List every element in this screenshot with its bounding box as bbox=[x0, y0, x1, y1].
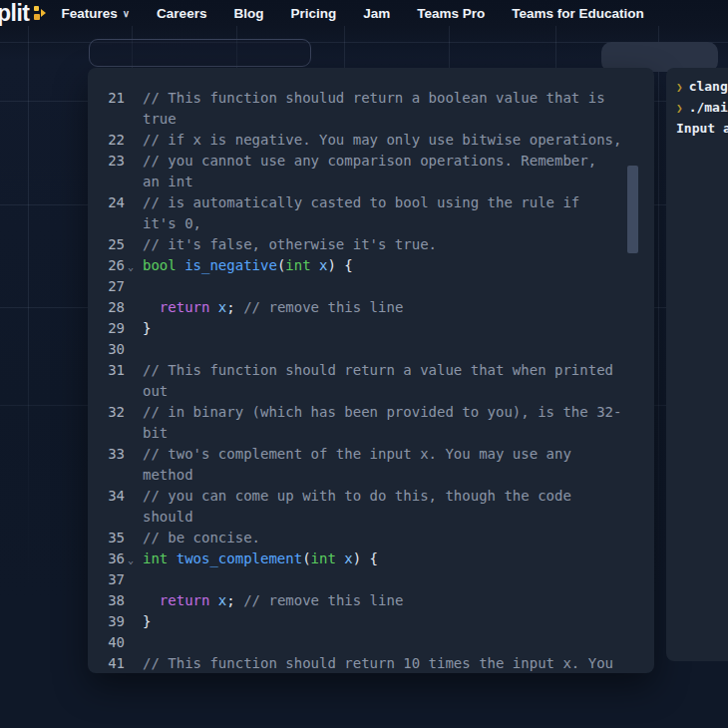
nav-item-teams-for-education[interactable]: Teams for Education bbox=[512, 6, 644, 21]
nav-item-features[interactable]: Features∨ bbox=[62, 6, 131, 21]
fold-gutter bbox=[125, 151, 143, 172]
fold-gutter bbox=[125, 381, 143, 402]
editor-scrollbar-thumb[interactable] bbox=[627, 166, 638, 253]
code-text: return x; // remove this line bbox=[143, 297, 654, 318]
nav-item-teams-pro[interactable]: Teams Pro bbox=[417, 6, 485, 21]
fold-gutter bbox=[125, 109, 143, 130]
code-line[interactable]: 21// This function shoulud return a bool… bbox=[88, 88, 654, 109]
console-text: Input a bbox=[676, 121, 728, 136]
fold-gutter bbox=[125, 360, 143, 381]
nav-item-careers[interactable]: Careers bbox=[157, 6, 206, 21]
code-token: ( bbox=[302, 550, 310, 566]
code-token: should bbox=[143, 509, 193, 525]
code-text: int twos_complement(int x) { bbox=[143, 548, 654, 569]
code-token: an int bbox=[143, 174, 193, 189]
code-token: int bbox=[285, 257, 310, 273]
nav-item-blog[interactable]: Blog bbox=[233, 6, 263, 21]
logo-text: plit bbox=[0, 0, 30, 26]
code-token: return bbox=[160, 592, 210, 608]
code-line[interactable]: should bbox=[88, 507, 654, 528]
code-line[interactable]: true bbox=[88, 109, 654, 130]
replit-logo[interactable]: plit bbox=[0, 0, 46, 26]
code-line[interactable]: 27 bbox=[88, 276, 654, 297]
code-line[interactable]: 32// in binary (which has been provided … bbox=[88, 402, 654, 423]
code-token: out bbox=[143, 383, 168, 399]
code-token: // if x is negative. You may only use bi… bbox=[143, 132, 621, 148]
console-line: ❯clang bbox=[676, 76, 728, 97]
line-number: 26 bbox=[88, 255, 125, 276]
code-line[interactable]: 26⌄bool is_negative(int x) { bbox=[88, 255, 654, 276]
code-line[interactable]: bit bbox=[88, 423, 654, 444]
code-line[interactable]: 38 return x; // remove this line bbox=[88, 590, 654, 611]
line-number: 36 bbox=[88, 548, 125, 569]
code-token: // you can come up with to do this, thou… bbox=[143, 488, 571, 504]
fold-gutter bbox=[125, 192, 143, 213]
line-number: 41 bbox=[88, 653, 125, 673]
code-line[interactable]: 28 return x; // remove this line bbox=[88, 297, 654, 318]
code-token: } bbox=[143, 613, 151, 629]
line-number bbox=[88, 172, 125, 192]
code-token: // in binary (which has been provided to… bbox=[143, 404, 621, 420]
code-line[interactable]: 31// This function should return a value… bbox=[88, 360, 654, 381]
code-line[interactable]: 22// if x is negative. You may only use … bbox=[88, 130, 654, 151]
fold-gutter bbox=[125, 653, 143, 673]
code-text: return x; // remove this line bbox=[143, 590, 654, 611]
code-line[interactable]: it's 0, bbox=[88, 213, 654, 234]
line-number: 21 bbox=[88, 88, 125, 109]
code-token: // be concise. bbox=[143, 530, 260, 546]
code-line[interactable]: 29} bbox=[88, 318, 654, 339]
line-number: 30 bbox=[88, 339, 125, 360]
code-line[interactable]: 40 bbox=[88, 632, 654, 653]
code-text bbox=[143, 569, 654, 590]
console-line: ❯./mai bbox=[676, 97, 728, 118]
line-number: 38 bbox=[88, 590, 125, 611]
code-token bbox=[143, 592, 160, 608]
fold-gutter bbox=[125, 276, 143, 297]
code-token: it's 0, bbox=[143, 215, 201, 231]
code-line[interactable]: out bbox=[88, 381, 654, 402]
code-line[interactable]: 25// it's false, otherwise it's true. bbox=[88, 234, 654, 255]
code-text: bool is_negative(int x) { bbox=[143, 255, 654, 276]
line-number: 34 bbox=[88, 486, 125, 507]
line-number: 28 bbox=[88, 297, 125, 318]
code-token: // This function should return a value t… bbox=[143, 362, 613, 378]
code-token: twos_complement bbox=[177, 550, 302, 566]
fold-gutter bbox=[125, 318, 143, 339]
code-token: true bbox=[143, 111, 177, 127]
fold-gutter[interactable]: ⌄ bbox=[125, 255, 143, 276]
code-token: // it's false, otherwise it's true. bbox=[143, 236, 437, 252]
code-token: x bbox=[209, 299, 226, 315]
line-number bbox=[88, 507, 125, 528]
code-line[interactable]: 35// be concise. bbox=[88, 528, 654, 548]
code-line[interactable]: 41// This function should return 10 time… bbox=[88, 653, 654, 673]
code-text bbox=[143, 632, 654, 653]
code-line[interactable]: 24// is automatically casted to bool usi… bbox=[88, 192, 654, 213]
replit-prompt-icon bbox=[33, 4, 46, 22]
code-text: // This function shoulud return a boolea… bbox=[143, 88, 654, 109]
code-token: ; bbox=[226, 592, 234, 608]
code-line[interactable]: an int bbox=[88, 172, 654, 192]
code-token: x bbox=[311, 257, 328, 273]
code-area[interactable]: 21// This function shoulud return a bool… bbox=[88, 68, 654, 673]
code-token bbox=[143, 299, 160, 315]
code-line[interactable]: 36⌄int twos_complement(int x) { bbox=[88, 548, 654, 569]
code-line[interactable]: 34// you can come up with to do this, th… bbox=[88, 486, 654, 507]
code-line[interactable]: 39} bbox=[88, 611, 654, 632]
fold-gutter[interactable]: ⌄ bbox=[125, 548, 143, 569]
code-line[interactable]: method bbox=[88, 465, 654, 486]
chevron-down-icon: ∨ bbox=[123, 8, 130, 19]
code-text: // it's false, otherwise it's true. bbox=[143, 234, 654, 255]
code-line[interactable]: 30 bbox=[88, 339, 654, 360]
fold-gutter bbox=[125, 444, 143, 465]
code-token: ) { bbox=[327, 257, 352, 273]
code-text: out bbox=[143, 381, 654, 402]
line-number: 25 bbox=[88, 234, 125, 255]
nav-item-pricing[interactable]: Pricing bbox=[290, 6, 336, 21]
code-line[interactable]: 23// you cannot use any comparison opera… bbox=[88, 151, 654, 172]
code-line[interactable]: 37 bbox=[88, 569, 654, 590]
code-text: should bbox=[143, 507, 654, 528]
code-text: // be concise. bbox=[143, 528, 654, 548]
nav-item-jam[interactable]: Jam bbox=[363, 6, 390, 21]
code-line[interactable]: 33// two's complement of the input x. Yo… bbox=[88, 444, 654, 465]
console-panel[interactable]: ❯clang❯./maiInput a bbox=[666, 68, 728, 661]
